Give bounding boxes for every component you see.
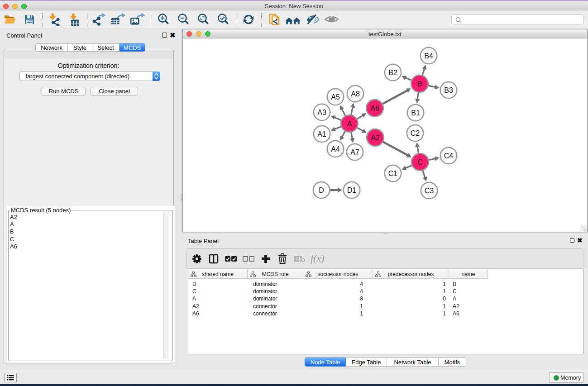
svg-text:A1: A1 [317, 130, 326, 138]
svg-text:C: C [417, 158, 423, 166]
svg-text:A4: A4 [331, 145, 340, 153]
svg-text:A2: A2 [371, 134, 380, 142]
svg-text:A7: A7 [350, 148, 359, 156]
svg-text:A6: A6 [370, 105, 379, 112]
svg-text:D1: D1 [347, 186, 357, 194]
svg-text:C2: C2 [411, 129, 420, 137]
svg-text:A3: A3 [317, 109, 326, 116]
svg-text:A8: A8 [351, 90, 360, 98]
svg-text:A5: A5 [331, 93, 340, 101]
svg-text:B1: B1 [411, 109, 420, 117]
svg-text:A: A [347, 120, 352, 128]
svg-text:B2: B2 [388, 69, 397, 76]
svg-text:B: B [417, 80, 422, 88]
svg-text:C3: C3 [425, 187, 434, 195]
svg-text:B3: B3 [444, 86, 453, 94]
svg-text:B4: B4 [424, 52, 433, 60]
svg-text:D: D [319, 186, 324, 194]
svg-text:C4: C4 [444, 152, 454, 160]
svg-text:C1: C1 [388, 170, 398, 177]
